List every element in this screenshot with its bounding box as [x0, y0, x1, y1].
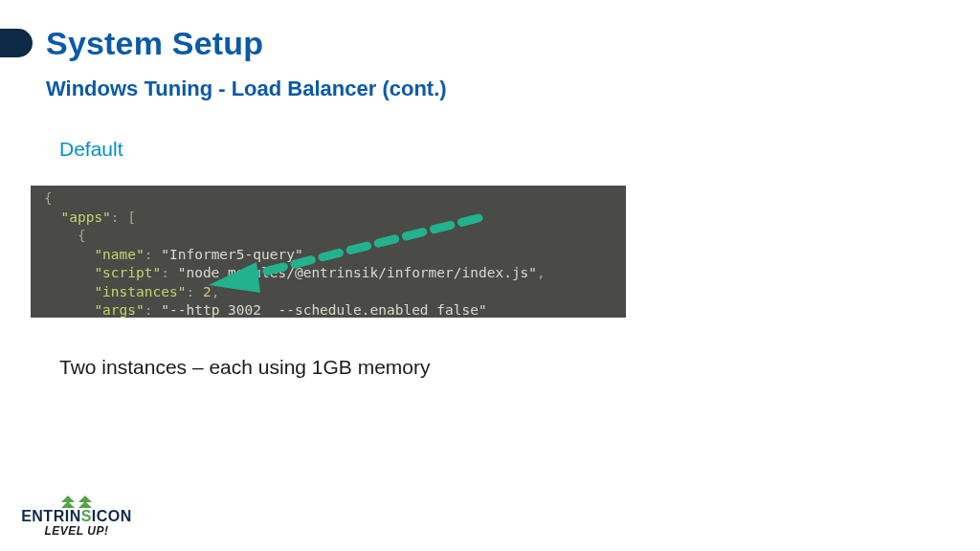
code-val-script: "node_modules/@entrinsik/informer/index.… [178, 265, 537, 280]
code-key-name: "name" [94, 247, 144, 262]
caption-text: Two instances – each using 1GB memory [59, 356, 431, 379]
page-title: System Setup [46, 25, 263, 62]
code-key-apps: "apps" [60, 209, 110, 225]
code-val-args: "--http 3002 --schedule.enabled false" [161, 302, 486, 318]
code-key-script: "script" [94, 265, 161, 280]
code-val-name: "Informer5-query" [161, 247, 302, 262]
brand-logo: ENTRINSICON LEVEL UP! [19, 496, 134, 540]
code-val-instances: 2 [203, 284, 212, 299]
section-label-default: Default [59, 138, 123, 161]
code-obj-open: { [44, 228, 86, 243]
code-key-instances: "instances" [94, 284, 186, 299]
code-punct: : [ [111, 209, 136, 225]
logo-subtext: LEVEL UP! [19, 524, 134, 540]
code-key-args: "args" [94, 302, 144, 318]
code-brace-open: { [44, 190, 53, 206]
accent-tab [0, 29, 33, 57]
code-block: { "apps": [ { "name": "Informer5-query",… [31, 186, 626, 318]
page-subtitle: Windows Tuning - Load Balancer (cont.) [46, 77, 447, 101]
logo-chevrons [19, 496, 134, 513]
